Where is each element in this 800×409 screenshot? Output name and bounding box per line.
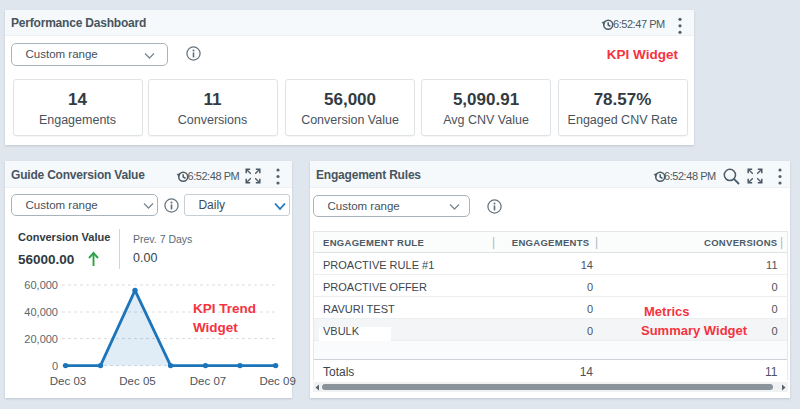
svg-text:60,000: 60,000 xyxy=(24,279,58,291)
svg-text:Dec 07: Dec 07 xyxy=(190,375,226,387)
svg-text:Dec 09: Dec 09 xyxy=(259,375,295,387)
svg-text:0: 0 xyxy=(52,360,58,372)
svg-text:Dec 03: Dec 03 xyxy=(50,375,86,387)
svg-text:Dec 05: Dec 05 xyxy=(119,375,155,387)
svg-text:40,000: 40,000 xyxy=(24,306,58,318)
svg-text:20,000: 20,000 xyxy=(24,333,58,345)
